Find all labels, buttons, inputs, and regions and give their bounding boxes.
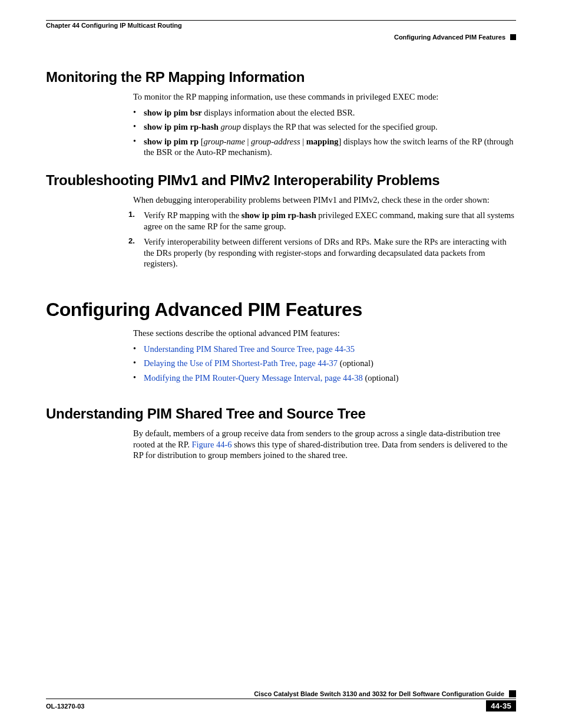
bullet-s3-3: Modifying the PIM Router-Query Message I…	[133, 373, 516, 384]
step-number: 1.	[128, 210, 135, 220]
document-number: OL-13270-03	[46, 703, 84, 710]
text: Verify RP mapping with the	[144, 210, 242, 220]
cmd-show-ip-pim-rp-hash: show ip pim rp-hash	[144, 122, 219, 131]
step-number: 2.	[128, 236, 135, 246]
heading-configuring-advanced-pim: Configuring Advanced PIM Features	[46, 299, 516, 321]
chapter-label: Chapter 44 Configuring IP Multicast Rout…	[46, 22, 182, 29]
arg-group: group	[219, 122, 241, 131]
arg-group-address: group-address	[251, 137, 300, 146]
bullet-s3-1: Understanding PIM Shared Tree and Source…	[133, 344, 516, 355]
section-label: Configuring Advanced PIM Features	[394, 34, 505, 41]
footer-marker-icon	[509, 690, 516, 697]
link-figure-44-6[interactable]: Figure 44-6	[191, 440, 232, 449]
heading-monitoring-rp: Monitoring the RP Mapping Information	[46, 69, 516, 85]
bullet-list-s3: Understanding PIM Shared Tree and Source…	[133, 344, 516, 384]
text: displays the RP that was selected for th…	[241, 122, 438, 131]
step-s2-1: 1. Verify RP mapping with the show ip pi…	[124, 210, 516, 232]
header-marker-icon	[510, 34, 516, 40]
link-delaying-spt[interactable]: Delaying the Use of PIM Shortest-Path Tr…	[144, 358, 338, 368]
cmd-show-ip-pim-rp: show ip pim rp	[144, 137, 199, 146]
arg-group-name: group-name	[204, 137, 245, 146]
kw-mapping: mapping	[306, 137, 339, 146]
para-s1-intro: To monitor the RP mapping information, u…	[133, 91, 516, 103]
cmd-show-ip-pim-bsr: show ip pim bsr	[144, 108, 202, 117]
bullet-s1-3: show ip pim rp [group-name | group-addre…	[133, 136, 516, 158]
para-s2-intro: When debugging interoperability problems…	[133, 195, 516, 206]
text: displays information about the elected B…	[202, 108, 355, 117]
bullet-s1-2: show ip pim rp-hash group displays the R…	[133, 121, 516, 133]
text: [	[199, 137, 203, 146]
bullet-s1-1: show ip pim bsr displays information abo…	[133, 107, 516, 118]
ordered-list-s2: 1. Verify RP mapping with the show ip pi…	[124, 210, 516, 269]
heading-troubleshooting-interop: Troubleshooting PIMv1 and PIMv2 Interope…	[46, 172, 516, 189]
text-optional: (optional)	[363, 373, 399, 383]
step-s2-2: 2. Verify interoperability between diffe…	[124, 236, 516, 269]
heading-understanding-shared-tree: Understanding PIM Shared Tree and Source…	[46, 406, 516, 422]
publication-title: Cisco Catalyst Blade Switch 3130 and 303…	[254, 690, 504, 697]
text: Verify interoperability between differen…	[144, 237, 507, 268]
cmd-show-ip-pim-rp-hash: show ip pim rp-hash	[242, 210, 316, 220]
bullet-list-s1: show ip pim bsr displays information abo…	[133, 107, 516, 158]
link-modifying-router-query[interactable]: Modifying the PIM Router-Query Message I…	[144, 373, 363, 383]
page-footer: Cisco Catalyst Blade Switch 3130 and 303…	[46, 690, 516, 711]
link-understanding-shared-tree[interactable]: Understanding PIM Shared Tree and Source…	[144, 344, 355, 354]
para-s3-intro: These sections describe the optional adv…	[133, 328, 516, 339]
text: |	[300, 137, 306, 146]
para-s4-body: By default, members of a group receive d…	[133, 428, 516, 461]
page-number: 44-35	[486, 700, 516, 711]
text: |	[245, 137, 251, 146]
running-header: Chapter 44 Configuring IP Multicast Rout…	[46, 20, 516, 41]
bullet-s3-2: Delaying the Use of PIM Shortest-Path Tr…	[133, 358, 516, 369]
text-optional: (optional)	[338, 358, 373, 368]
